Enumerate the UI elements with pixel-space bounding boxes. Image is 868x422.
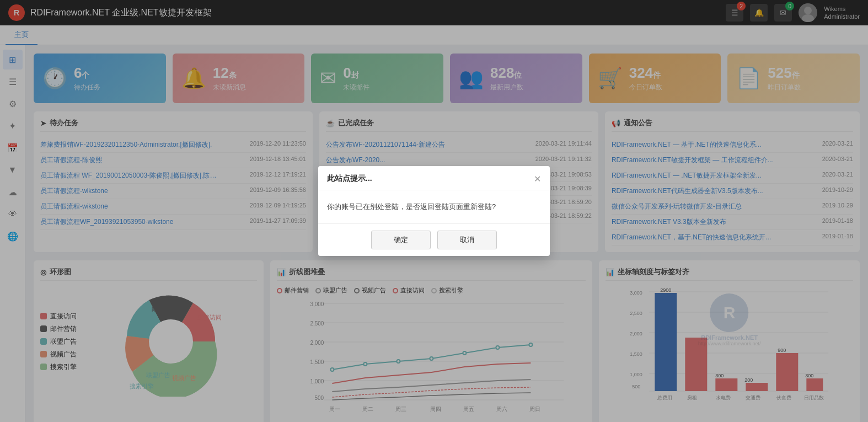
dialog-confirm-button[interactable]: 确定	[371, 231, 431, 249]
dialog: 此站点提示... ✕ 你的账号已在别处登陆，是否返回登陆页面重新登陆? 确定 取…	[318, 166, 550, 257]
dialog-footer: 确定 取消	[318, 223, 550, 256]
dialog-close-button[interactable]: ✕	[534, 174, 541, 184]
dialog-header: 此站点提示... ✕	[318, 166, 550, 190]
dialog-title: 此站点提示...	[327, 174, 372, 184]
dialog-overlay: 此站点提示... ✕ 你的账号已在别处登陆，是否返回登陆页面重新登陆? 确定 取…	[0, 0, 868, 422]
dialog-cancel-button[interactable]: 取消	[437, 231, 497, 249]
dialog-message: 你的账号已在别处登陆，是否返回登陆页面重新登陆?	[327, 202, 496, 211]
dialog-body: 你的账号已在别处登陆，是否返回登陆页面重新登陆?	[318, 190, 550, 224]
